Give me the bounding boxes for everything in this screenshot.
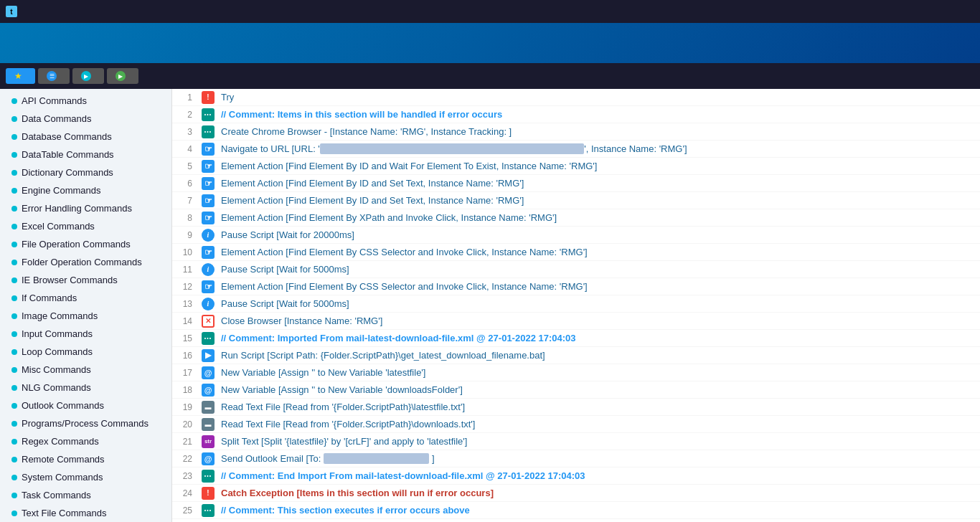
editor-row[interactable]: 7☞Element Action [Find Element By ID and… <box>172 192 980 209</box>
sidebar-dot-icon <box>11 116 17 122</box>
sidebar-item-folder-operation-commands[interactable]: Folder Operation Commands <box>0 253 171 271</box>
editor-row[interactable]: 17@New Variable [Assign '' to New Variab… <box>172 364 980 381</box>
editor-row[interactable]: 9iPause Script [Wait for 20000ms] <box>172 227 980 244</box>
line-number: 5 <box>172 161 198 171</box>
sidebar-item-datatable-commands[interactable]: DataTable Commands <box>0 146 171 163</box>
line-number: 19 <box>172 402 198 412</box>
sidebar-item-input-commands[interactable]: Input Commands <box>0 325 171 343</box>
sidebar-item-text-file-commands[interactable]: Text File Commands <box>0 504 171 522</box>
sidebar-dot-icon <box>11 349 17 355</box>
line-icon-container: ✕ <box>198 315 218 328</box>
sidebar-item-remote-commands[interactable]: Remote Commands <box>0 450 171 468</box>
maximize-button[interactable] <box>937 4 954 19</box>
sidebar-item-regex-commands[interactable]: Regex Commands <box>0 432 171 450</box>
editor-row[interactable]: 10☞Element Action [Find Element By CSS S… <box>172 244 980 261</box>
sidebar-item-label: Misc Commands <box>22 364 91 375</box>
line-content: Send Outlook Email [To: ████████████████… <box>218 452 980 465</box>
sidebar-item-error-handling-commands[interactable]: Error Handling Commands <box>0 199 171 217</box>
file-actions-button[interactable]: ★ <box>6 68 35 84</box>
minimize-button[interactable] <box>917 4 934 19</box>
try-icon: ! <box>202 487 215 500</box>
editor-row[interactable]: 15•••// Comment: Imported From mail-late… <box>172 330 980 347</box>
sidebar-item-outlook-commands[interactable]: Outlook Commands <box>0 397 171 414</box>
sidebar-item-if-commands[interactable]: If Commands <box>0 289 171 307</box>
line-content: Pause Script [Wait for 20000ms] <box>218 229 980 241</box>
line-number: 17 <box>172 368 198 378</box>
sidebar-item-label: DataTable Commands <box>22 149 114 160</box>
title-bar-left: t <box>6 6 23 17</box>
line-content: Create Chrome Browser - [Instance Name: … <box>218 125 980 138</box>
line-number: 22 <box>172 454 198 464</box>
editor-row[interactable]: 1!Try <box>172 89 980 106</box>
line-content: Element Action [Find Element By CSS Sele… <box>218 280 980 293</box>
sidebar-item-label: Database Commands <box>22 131 112 142</box>
editor-row[interactable]: 25•••// Comment: This section executes i… <box>172 502 980 519</box>
sidebar-item-loop-commands[interactable]: Loop Commands <box>0 343 171 361</box>
options-button[interactable]: ☰ <box>38 68 70 84</box>
editor-row[interactable]: 6☞Element Action [Find Element By ID and… <box>172 175 980 192</box>
line-number: 8 <box>172 213 198 223</box>
line-content: Navigate to URL [URL: '█████████████████… <box>218 143 980 155</box>
sidebar-item-label: Programs/Process Commands <box>22 418 149 429</box>
line-number: 14 <box>172 316 198 326</box>
line-number: 15 <box>172 333 198 343</box>
sidebar-dot-icon <box>11 224 17 229</box>
line-number: 11 <box>172 265 198 275</box>
editor-row[interactable]: 2•••// Comment: Items in this section wi… <box>172 106 980 123</box>
sidebar-item-excel-commands[interactable]: Excel Commands <box>0 217 171 235</box>
sidebar-item-file-operation-commands[interactable]: File Operation Commands <box>0 235 171 253</box>
try-icon: ! <box>202 91 215 104</box>
editor-row[interactable]: 23•••// Comment: End Import From mail-la… <box>172 468 980 485</box>
sidebar-item-system-commands[interactable]: System Commands <box>0 468 171 486</box>
editor-row[interactable]: 5☞Element Action [Find Element By ID and… <box>172 158 980 175</box>
sidebar-item-misc-commands[interactable]: Misc Commands <box>0 361 171 379</box>
line-number: 7 <box>172 196 198 206</box>
variable-icon: @ <box>202 384 215 397</box>
sidebar-item-api-commands[interactable]: API Commands <box>0 92 171 110</box>
line-number: 18 <box>172 385 198 395</box>
sidebar-dot-icon <box>11 277 17 283</box>
editor-row[interactable]: 8☞Element Action [Find Element By XPath … <box>172 209 980 227</box>
sidebar-item-nlg-commands[interactable]: NLG Commands <box>0 379 171 397</box>
save-run-icon: ▶ <box>116 71 126 81</box>
sidebar-item-label: Text File Commands <box>22 508 106 518</box>
sidebar-item-dictionary-commands[interactable]: Dictionary Commands <box>0 163 171 181</box>
editor-row[interactable]: 19▬Read Text File [Read from '{Folder.Sc… <box>172 399 980 416</box>
editor-row[interactable]: 16▶Run Script [Script Path: {Folder.Scri… <box>172 347 980 364</box>
line-number: 3 <box>172 127 198 137</box>
editor-row[interactable]: 24!Catch Exception [Items in this sectio… <box>172 485 980 502</box>
sidebar-item-label: System Commands <box>22 472 103 483</box>
element-action-icon: ☞ <box>202 246 215 259</box>
sidebar[interactable]: API CommandsData CommandsDatabase Comman… <box>0 89 172 522</box>
info-icon: i <box>202 298 215 310</box>
editor-row[interactable]: 4☞Navigate to URL [URL: '███████████████… <box>172 141 980 158</box>
editor-row[interactable]: 3•••Create Chrome Browser - [Instance Na… <box>172 123 980 141</box>
sidebar-item-engine-commands[interactable]: Engine Commands <box>0 181 171 199</box>
editor-row[interactable]: 12☞Element Action [Find Element By CSS S… <box>172 278 980 295</box>
editor-row[interactable]: 22@Send Outlook Email [To: █████████████… <box>172 450 980 468</box>
sidebar-item-ie-browser-commands[interactable]: IE Browser Commands <box>0 271 171 289</box>
sidebar-item-database-commands[interactable]: Database Commands <box>0 128 171 146</box>
sidebar-dot-icon <box>11 493 17 498</box>
script-actions-button[interactable]: ▶ <box>72 68 104 84</box>
editor-row[interactable]: 11iPause Script [Wait for 5000ms] <box>172 261 980 278</box>
editor-row[interactable]: 21strSplit Text [Split '{latestfile}' by… <box>172 433 980 450</box>
toolbar: ★ ☰ ▶ ▶ <box>0 63 980 89</box>
editor-row[interactable]: 13iPause Script [Wait for 5000ms] <box>172 295 980 313</box>
line-number: 12 <box>172 282 198 292</box>
close-button[interactable] <box>957 4 974 19</box>
save-run-button[interactable]: ▶ <box>107 68 138 84</box>
sidebar-item-label: Task Commands <box>22 490 91 500</box>
sidebar-item-label: API Commands <box>22 95 87 106</box>
editor-row[interactable]: 20▬Read Text File [Read from '{Folder.Sc… <box>172 416 980 433</box>
sidebar-dot-icon <box>11 260 17 265</box>
sidebar-item-image-commands[interactable]: Image Commands <box>0 307 171 325</box>
editor-row[interactable]: 14✕Close Browser [Instance Name: 'RMG'] <box>172 313 980 330</box>
sidebar-item-task-commands[interactable]: Task Commands <box>0 486 171 504</box>
sidebar-item-programs/process-commands[interactable]: Programs/Process Commands <box>0 414 171 432</box>
line-number: 4 <box>172 144 198 154</box>
editor-row[interactable]: 18@New Variable [Assign '' to New Variab… <box>172 381 980 399</box>
sidebar-item-data-commands[interactable]: Data Commands <box>0 110 171 128</box>
editor[interactable]: 1!Try2•••// Comment: Items in this secti… <box>172 89 980 522</box>
line-number: 20 <box>172 419 198 430</box>
